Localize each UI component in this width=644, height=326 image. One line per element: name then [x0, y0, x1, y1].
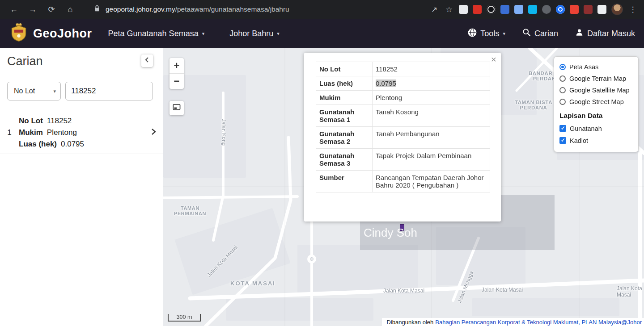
map-label-road: Jalan Kong: [220, 119, 227, 146]
extension-icon[interactable]: [500, 5, 509, 14]
header-search[interactable]: Carian: [522, 28, 558, 39]
result-fields: No Lot118252 MukimPlentong Luas (hek)0.0…: [19, 115, 150, 150]
table-row: Gunatanah Semasa 2 Tanah Pembangunan: [316, 127, 490, 149]
url-path: /petaawam/gunatanahsemasa/jbahru: [175, 5, 289, 13]
basemap-label: Google Terrain Map: [569, 75, 626, 82]
overlay-label: Kadlot: [570, 137, 588, 144]
share-button[interactable]: ↗: [429, 5, 439, 14]
radio-icon[interactable]: [559, 99, 566, 105]
reload-icon: ⟳: [48, 5, 55, 14]
row-label: Gunatanah Semasa 2: [316, 127, 373, 149]
overlay-label: Gunatanah: [570, 125, 602, 132]
checkbox-icon[interactable]: [559, 137, 566, 144]
checkbox-icon[interactable]: [559, 125, 566, 132]
back-button[interactable]: ←: [4, 5, 23, 14]
person-icon: [575, 28, 584, 39]
extension-icon[interactable]: [514, 5, 523, 14]
chevron-down-icon: ▾: [503, 31, 505, 37]
row-value: Tanah Kosong: [373, 105, 490, 127]
row-label: Mukim: [316, 91, 373, 105]
extension-icon[interactable]: [556, 5, 565, 14]
result-field: MukimPlentong: [19, 127, 150, 138]
extension-icon[interactable]: [584, 5, 593, 14]
radio-icon[interactable]: [559, 87, 566, 93]
overlay-option[interactable]: Kadlot: [559, 134, 633, 146]
scale-bar: 300 m: [168, 314, 201, 322]
basemap-label: Peta Asas: [569, 63, 598, 71]
layers-heading: Lapisan Data: [559, 112, 633, 120]
close-button[interactable]: ×: [491, 54, 496, 64]
map-label-road: Jalan Kota Masai: [383, 288, 424, 294]
chevron-down-icon: ▾: [53, 88, 56, 94]
address-bar[interactable]: geoportal.johor.gov.my/petaawam/gunatana…: [83, 5, 429, 14]
globe-icon: [468, 28, 477, 39]
browser-menu-button[interactable]: ⋮: [628, 5, 638, 14]
nav-peta-gunatanah[interactable]: Peta Gunatanah Semasa ▾: [108, 29, 205, 38]
brand-logo[interactable]: GeoJohor: [9, 23, 92, 44]
basemap-option[interactable]: Google Terrain Map: [559, 73, 633, 84]
search-type-select[interactable]: No Lot ▾: [7, 82, 61, 100]
extension-icon[interactable]: [528, 5, 537, 14]
row-value: Tanah Pembangunan: [373, 127, 490, 149]
tools-label: Tools: [480, 29, 499, 38]
chevron-right-icon: [150, 127, 157, 138]
search-input[interactable]: [65, 82, 153, 100]
extension-icon[interactable]: [570, 5, 579, 14]
attribution-prefix: Dibangunkan oleh: [386, 319, 433, 326]
result-field-value: 0.0795: [61, 140, 84, 148]
row-value-text: 0.0795: [376, 79, 396, 87]
brand-name: GeoJohor: [33, 27, 92, 41]
johor-crest-icon: [9, 23, 29, 44]
row-label: No Lot: [316, 62, 373, 76]
login-button[interactable]: Daftar Masuk: [575, 28, 635, 39]
home-icon: ⌂: [68, 5, 73, 14]
extension-icon[interactable]: [459, 5, 468, 14]
extension-icon[interactable]: [597, 5, 606, 14]
extension-icon[interactable]: [473, 5, 482, 14]
home-button[interactable]: ⌂: [61, 5, 80, 14]
attribution-link[interactable]: Bahagian Perancangan Korporat & Teknolog…: [435, 319, 642, 326]
browser-actions: ↗ ☆ ⋮: [429, 4, 640, 15]
basemap-option[interactable]: Google Satellite Map: [559, 84, 633, 96]
basemap-label: Google Street Map: [569, 98, 624, 105]
result-field-label: Mukim: [19, 128, 43, 137]
search-controls: No Lot ▾: [7, 82, 153, 100]
basemap-option[interactable]: Google Street Map: [559, 96, 633, 108]
chevron-left-icon: [144, 56, 150, 65]
bookmark-button[interactable]: ☆: [444, 5, 454, 14]
row-label: Luas (hek): [316, 76, 373, 91]
watermark-user: Cindy Soh: [364, 226, 417, 240]
overlay-option[interactable]: Gunatanah: [559, 122, 633, 134]
radio-icon[interactable]: [559, 75, 566, 82]
radio-icon[interactable]: [559, 64, 566, 70]
row-label: Gunatanah Semasa 1: [316, 105, 373, 127]
row-value: Rancangan Tempatan Daerah Johor Bahru 20…: [373, 171, 490, 192]
row-value: Tapak Projek Dalam Pembinaan: [373, 149, 490, 171]
map-label-area: TAMAN BISTA PERDANA: [508, 100, 559, 110]
row-value: 118252: [373, 62, 490, 76]
sidebar-collapse-button[interactable]: [141, 54, 153, 67]
kebab-menu-icon: ⋮: [629, 5, 637, 14]
extension-icon[interactable]: [542, 5, 551, 14]
app-header: GeoJohor Peta Gunatanah Semasa ▾ Johor B…: [0, 19, 644, 48]
table-row: Mukim Plentong: [316, 91, 490, 105]
parcel-info-popup: × No Lot 118252 Luas (hek) 0.0795 Mukim …: [304, 53, 501, 222]
nav-johor-bahru[interactable]: Johor Bahru ▾: [229, 29, 280, 38]
search-result-item[interactable]: 1 No Lot118252 MukimPlentong Luas (hek)0…: [0, 111, 163, 154]
header-actions: Tools ▾ Carian Daftar Masuk: [468, 28, 635, 39]
search-sidebar: Carian No Lot ▾ 1 No Lot118252 MukimPlen…: [0, 48, 163, 326]
header-search-label: Carian: [534, 29, 558, 38]
profile-avatar[interactable]: [611, 4, 623, 15]
extension-icon[interactable]: [487, 5, 496, 14]
chevron-down-icon: ▾: [277, 31, 280, 37]
forward-button[interactable]: →: [23, 5, 42, 14]
zoom-out-button[interactable]: −: [169, 74, 184, 89]
row-value: Plentong: [373, 91, 490, 105]
reload-button[interactable]: ⟳: [42, 4, 61, 14]
zoom-in-button[interactable]: +: [169, 58, 184, 73]
tools-menu[interactable]: Tools ▾: [468, 28, 505, 39]
map-extent-button[interactable]: [169, 101, 184, 115]
basemap-option[interactable]: Peta Asas: [559, 61, 633, 73]
parcel-info-table: No Lot 118252 Luas (hek) 0.0795 Mukim Pl…: [316, 62, 490, 192]
login-label: Daftar Masuk: [587, 29, 635, 38]
